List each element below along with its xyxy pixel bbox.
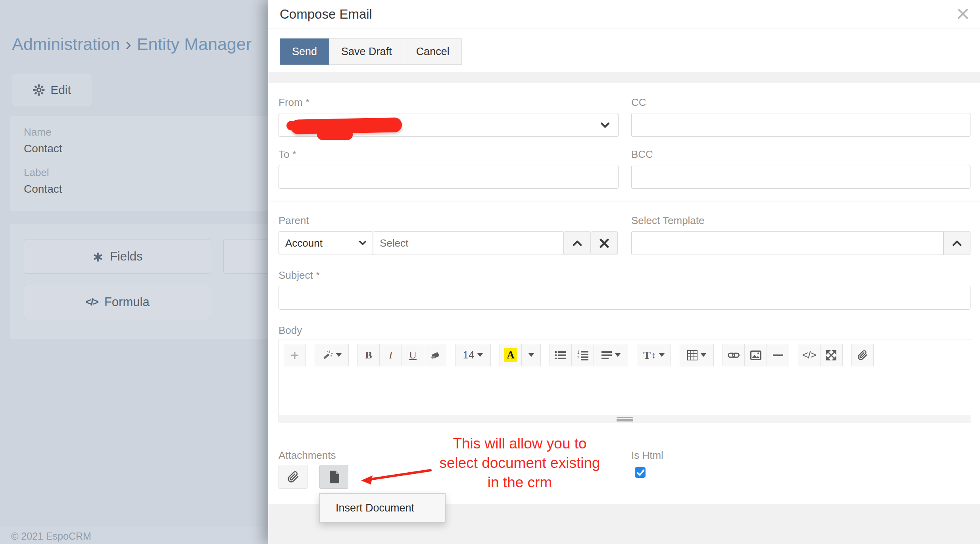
- caret-down-icon: [701, 353, 706, 357]
- paperclip-icon: [287, 471, 299, 483]
- annotation-line-2: select document existing: [429, 453, 611, 473]
- save-draft-button[interactable]: Save Draft: [329, 38, 404, 65]
- line-height-button[interactable]: T ↕: [637, 344, 671, 366]
- modal-header: Compose Email: [268, 0, 980, 29]
- link-icon: [728, 352, 740, 359]
- body-label: Body: [279, 324, 302, 337]
- fullscreen-button[interactable]: [821, 344, 843, 366]
- gear-icon: [33, 84, 45, 96]
- fields-button[interactable]: ∗ Fields: [24, 239, 211, 274]
- formula-button[interactable]: </> Formula: [24, 285, 211, 319]
- subject-input[interactable]: [279, 286, 970, 310]
- label-field-value: Contact: [24, 183, 62, 195]
- to-input[interactable]: [279, 165, 619, 189]
- caret-down-icon: [615, 353, 621, 357]
- hr-icon: [773, 354, 783, 356]
- font-size-value: 14: [463, 349, 475, 361]
- bcc-input[interactable]: [631, 165, 970, 189]
- grip-icon: [617, 417, 633, 421]
- screen: Administration›Entity Manager: [0, 0, 980, 544]
- parent-clear-button[interactable]: [591, 231, 618, 255]
- x-icon: [599, 238, 609, 248]
- paperclip-icon: [857, 350, 868, 360]
- text-color-button[interactable]: A: [500, 344, 522, 366]
- font-size-button[interactable]: 14: [455, 344, 491, 366]
- parent-type-select[interactable]: Account: [279, 231, 373, 255]
- horizontal-rule-button[interactable]: [767, 344, 789, 366]
- parent-type-value: Account: [285, 237, 323, 249]
- cancel-button[interactable]: Cancel: [404, 38, 462, 65]
- template-label: Select Template: [631, 215, 705, 227]
- chevron-down-icon: [359, 241, 366, 245]
- copyright-text: © 2021 EspoCRM: [11, 531, 91, 542]
- template-expand-button[interactable]: [943, 231, 970, 255]
- subject-label: Subject *: [279, 269, 320, 282]
- line-height-letter: T: [643, 349, 651, 362]
- caret-down-icon: [528, 353, 534, 357]
- form-divider: [268, 201, 980, 201]
- updown-arrow-icon: ↕: [651, 350, 656, 360]
- template-input[interactable]: [631, 231, 943, 255]
- breadcrumb-separator: ›: [125, 34, 131, 54]
- insert-document-menu[interactable]: Insert Document: [319, 493, 446, 523]
- body-editor: B I U 14: [279, 339, 971, 423]
- italic-button[interactable]: I: [380, 344, 402, 366]
- modal-title: Compose Email: [280, 7, 372, 22]
- ordered-list-button[interactable]: 12: [572, 344, 594, 366]
- annotation-line-1: This will allow you to: [429, 434, 611, 453]
- annotation-arrow: [353, 460, 440, 492]
- insert-image-button[interactable]: [745, 344, 767, 366]
- numbered-list-icon: 12: [577, 350, 588, 360]
- parent-record-input[interactable]: [373, 231, 564, 255]
- fullscreen-arrows-icon: [826, 350, 836, 360]
- cc-label: CC: [631, 96, 646, 109]
- bullet-list-icon: [555, 351, 566, 360]
- paragraph-align-button[interactable]: [594, 344, 628, 366]
- annotation-line-3: in the crm: [429, 473, 611, 492]
- edit-button[interactable]: Edit: [12, 74, 92, 106]
- image-icon: [750, 351, 761, 360]
- highlight-color-swatch: A: [504, 348, 517, 362]
- is-html-label: Is Html: [631, 449, 663, 462]
- email-form-panel: From * CC To * BCC Parent Account: [268, 83, 980, 504]
- chevron-up-icon: [952, 240, 962, 246]
- editor-resize-handle[interactable]: [279, 416, 971, 423]
- redaction-scribble: [317, 129, 353, 140]
- insert-link-button[interactable]: [723, 344, 745, 366]
- bold-button[interactable]: B: [357, 344, 380, 366]
- entity-detail-panel: Name Contact Label Contact: [10, 116, 280, 211]
- attach-file-button[interactable]: [279, 465, 307, 489]
- clear-format-button[interactable]: [424, 344, 446, 366]
- close-icon[interactable]: [957, 8, 969, 20]
- editor-attach-button[interactable]: [851, 344, 874, 366]
- insert-document-menu-item[interactable]: Insert Document: [336, 502, 414, 514]
- name-field-value: Contact: [24, 142, 62, 155]
- plus-icon: [290, 351, 300, 360]
- underline-button[interactable]: U: [402, 344, 424, 366]
- insert-document-button[interactable]: [319, 465, 348, 489]
- breadcrumb-administration[interactable]: Administration: [12, 34, 120, 54]
- insert-field-button[interactable]: [284, 344, 306, 366]
- annotation-text: This will allow you to select document e…: [429, 434, 611, 492]
- modal-action-buttons: Send Save Draft Cancel: [280, 38, 462, 65]
- parent-expand-button[interactable]: [564, 231, 591, 255]
- formula-button-label: Formula: [104, 295, 150, 309]
- insert-table-button[interactable]: [680, 344, 714, 366]
- cc-input[interactable]: [631, 113, 970, 137]
- to-label: To *: [279, 148, 296, 161]
- code-view-button[interactable]: </>: [798, 344, 821, 366]
- color-dropdown-button[interactable]: [522, 344, 541, 366]
- align-lines-icon: [601, 351, 612, 360]
- caret-down-icon: [659, 353, 665, 357]
- breadcrumb-entity-manager: Entity Manager: [137, 34, 252, 54]
- style-button[interactable]: [315, 344, 349, 366]
- unordered-list-button[interactable]: [550, 344, 572, 366]
- svg-text:2: 2: [577, 356, 580, 360]
- label-field-label: Label: [24, 167, 49, 179]
- is-html-checkbox[interactable]: [635, 467, 646, 478]
- asterisk-icon: ∗: [92, 249, 104, 264]
- edit-button-label: Edit: [50, 83, 71, 97]
- entity-tools-panel: ∗ Fields </> Formula: [10, 224, 280, 339]
- send-button[interactable]: Send: [280, 38, 329, 65]
- from-label: From *: [279, 96, 309, 109]
